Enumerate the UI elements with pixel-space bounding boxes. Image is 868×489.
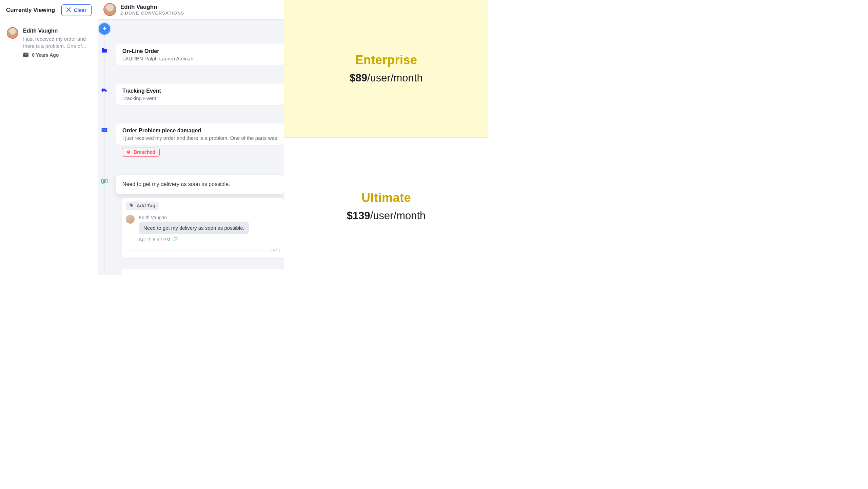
- plan-enterprise: Enterprise $89/user/month: [284, 0, 488, 138]
- conversation-name: Edith Vaughn: [23, 27, 91, 35]
- event-badges: Breached: [122, 148, 284, 157]
- thread-panel: Add Tag Edith Vaughn Need to get my deli…: [122, 198, 284, 258]
- plan-price: $89/user/month: [350, 72, 422, 84]
- add-tag-label: Add Tag: [137, 203, 155, 208]
- pricing-panel: Enterprise $89/user/month Ultimate $139/…: [284, 0, 488, 275]
- main-header: Edith Vaughn 2 DONE CONVERSATIONS: [98, 0, 284, 20]
- thread-title: Need to get my delivery as soon as possi…: [122, 181, 278, 187]
- timeline-row: Need to get my delivery as soon as possi…: [98, 175, 284, 275]
- timeline: + On-Line Order LAUREN Ralph Lauren Amin…: [98, 20, 284, 275]
- plan-unit: /user/month: [367, 72, 423, 84]
- sidebar-title: Currently Viewing: [6, 7, 55, 14]
- avatar: [126, 215, 135, 224]
- message: Edith Vaughn Need to get my delivery as …: [126, 215, 280, 243]
- event-title: Order Problem piece damaged: [122, 128, 278, 134]
- sidebar: Currently Viewing Clear Edith Vaughn I j…: [0, 0, 98, 275]
- plan-ultimate: Ultimate $139/user/month: [284, 138, 488, 276]
- conversation-item[interactable]: Edith Vaughn I just received my order an…: [0, 24, 98, 60]
- clear-button[interactable]: Clear: [61, 4, 92, 16]
- show-more-button[interactable]: +7: [270, 248, 280, 253]
- plan-price: $139/user/month: [347, 210, 426, 222]
- plan-amount: $139: [347, 210, 370, 222]
- timeline-row: On-Line Order LAUREN Ralph Lauren Aminah: [98, 44, 284, 65]
- event-title: On-Line Order: [122, 48, 278, 54]
- event-subtitle: LAUREN Ralph Lauren Aminah: [122, 56, 278, 61]
- conversation-count: 2 DONE CONVERSATIONS: [120, 11, 184, 16]
- chat-icon: [173, 237, 178, 243]
- sidebar-header: Currently Viewing Clear: [0, 0, 98, 20]
- close-icon: [66, 7, 71, 13]
- add-tag-button[interactable]: Add Tag: [126, 202, 159, 210]
- event-subtitle: I just received my order and there is a …: [122, 135, 278, 141]
- mail-icon: [101, 126, 108, 134]
- mail-icon: [23, 52, 28, 58]
- event-subtitle: Tracking Event: [122, 95, 278, 101]
- conversation-list: Edith Vaughn I just received my order an…: [0, 20, 98, 64]
- tag-icon: [129, 203, 134, 209]
- timeline-row: Tracking Event Tracking Event: [98, 84, 284, 105]
- avatar: [103, 3, 116, 16]
- thread-card[interactable]: Need to get my delivery as soon as possi…: [116, 175, 284, 194]
- chat-icon: [101, 178, 108, 185]
- event-card[interactable]: Order Problem piece damaged I just recei…: [116, 124, 284, 145]
- event-card[interactable]: On-Line Order LAUREN Ralph Lauren Aminah: [116, 44, 284, 65]
- customer-name: Edith Vaughn: [120, 4, 184, 11]
- conversation-age: 6 Years Ago: [32, 52, 59, 58]
- conversation-preview: I just received my order and there is a …: [23, 35, 91, 50]
- plan-amount: $89: [350, 72, 367, 84]
- timer-icon: [126, 149, 131, 155]
- truck-icon: [101, 87, 108, 94]
- message-time: Apr 2, 6:52 PM: [139, 237, 170, 242]
- plan-name: Enterprise: [355, 53, 417, 67]
- timeline-row: Order Problem piece damaged I just recei…: [98, 124, 284, 157]
- plus-icon: +: [102, 25, 106, 33]
- event-card[interactable]: Tracking Event Tracking Event: [116, 84, 284, 105]
- add-event-button[interactable]: +: [99, 23, 110, 35]
- folder-icon: [101, 47, 108, 54]
- divider: [126, 250, 268, 250]
- main-panel: Edith Vaughn 2 DONE CONVERSATIONS + On-L…: [98, 0, 284, 275]
- conversation-meta: 6 Years Ago: [23, 52, 91, 58]
- avatar: [7, 27, 18, 39]
- breached-badge: Breached: [122, 148, 160, 157]
- message-author: Edith Vaughn: [139, 215, 280, 220]
- clear-label: Clear: [74, 7, 86, 13]
- compose-bar[interactable]: [122, 269, 284, 275]
- message-meta: Apr 2, 6:52 PM: [139, 237, 280, 243]
- plan-unit: /user/month: [370, 210, 426, 222]
- breached-label: Breached: [134, 149, 155, 155]
- support-app: Currently Viewing Clear Edith Vaughn I j…: [0, 0, 284, 275]
- message-bubble: Need to get my delivery as soon as possi…: [139, 222, 249, 234]
- event-title: Tracking Event: [122, 88, 278, 94]
- collapsed-messages: +7: [126, 247, 280, 254]
- plan-name: Ultimate: [361, 191, 411, 205]
- main-title: Edith Vaughn 2 DONE CONVERSATIONS: [120, 4, 184, 16]
- conversation-body: Edith Vaughn I just received my order an…: [23, 27, 91, 58]
